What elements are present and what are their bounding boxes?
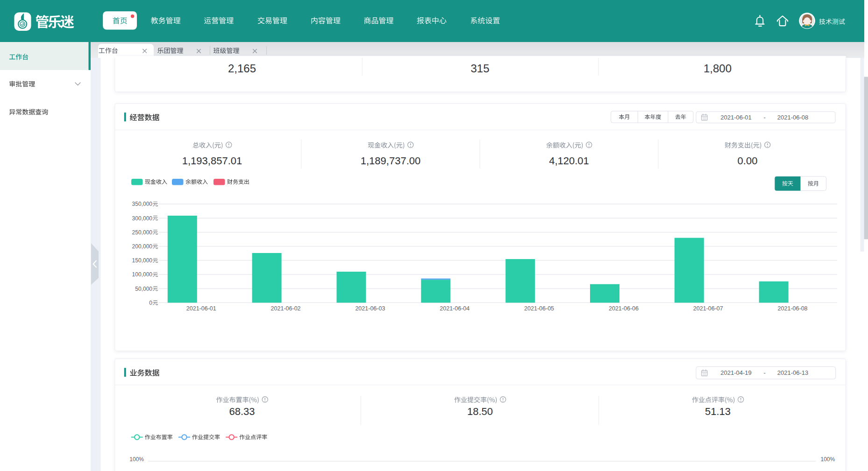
svg-text:50,000: 50,000 xyxy=(135,286,152,292)
svg-text:2021-06-02: 2021-06-02 xyxy=(271,305,301,312)
svg-text:51.13: 51.13 xyxy=(705,406,731,417)
svg-text:2021-06-05: 2021-06-05 xyxy=(524,305,554,312)
svg-text:100%: 100% xyxy=(821,456,835,463)
svg-text:2021-06-01: 2021-06-01 xyxy=(186,305,216,312)
svg-text:315: 315 xyxy=(470,62,489,75)
svg-text:2021-06-04: 2021-06-04 xyxy=(440,305,470,312)
svg-text:250,000: 250,000 xyxy=(132,229,153,236)
svg-text:150,000: 150,000 xyxy=(132,257,153,264)
svg-text:2021-06-07: 2021-06-07 xyxy=(693,305,723,312)
svg-text:300,000: 300,000 xyxy=(132,215,153,222)
svg-text:68.33: 68.33 xyxy=(229,406,255,417)
svg-text:18.50: 18.50 xyxy=(467,406,493,417)
svg-text:200,000: 200,000 xyxy=(132,243,153,250)
svg-text:0: 0 xyxy=(149,300,152,306)
svg-text:100,000: 100,000 xyxy=(132,271,153,278)
svg-text:4,120.01: 4,120.01 xyxy=(549,155,589,167)
svg-text:100%: 100% xyxy=(129,456,144,463)
svg-text:2021-06-08: 2021-06-08 xyxy=(777,114,809,121)
svg-text:2,165: 2,165 xyxy=(228,62,256,75)
svg-text:2021-06-03: 2021-06-03 xyxy=(355,305,385,312)
svg-text:0.00: 0.00 xyxy=(738,155,758,167)
svg-text:1,800: 1,800 xyxy=(704,62,732,75)
svg-text:-: - xyxy=(763,369,765,376)
svg-text:2021-06-01: 2021-06-01 xyxy=(720,114,752,121)
svg-text:2021-06-08: 2021-06-08 xyxy=(778,305,808,312)
svg-text:1,193,857.01: 1,193,857.01 xyxy=(182,155,242,167)
svg-text:2021-06-06: 2021-06-06 xyxy=(609,305,639,312)
svg-text:2021-06-13: 2021-06-13 xyxy=(777,369,809,376)
svg-text:350,000: 350,000 xyxy=(132,201,153,207)
svg-text:1,189,737.00: 1,189,737.00 xyxy=(361,155,420,167)
svg-text:2021-04-19: 2021-04-19 xyxy=(720,369,752,376)
svg-text:-: - xyxy=(763,114,765,121)
